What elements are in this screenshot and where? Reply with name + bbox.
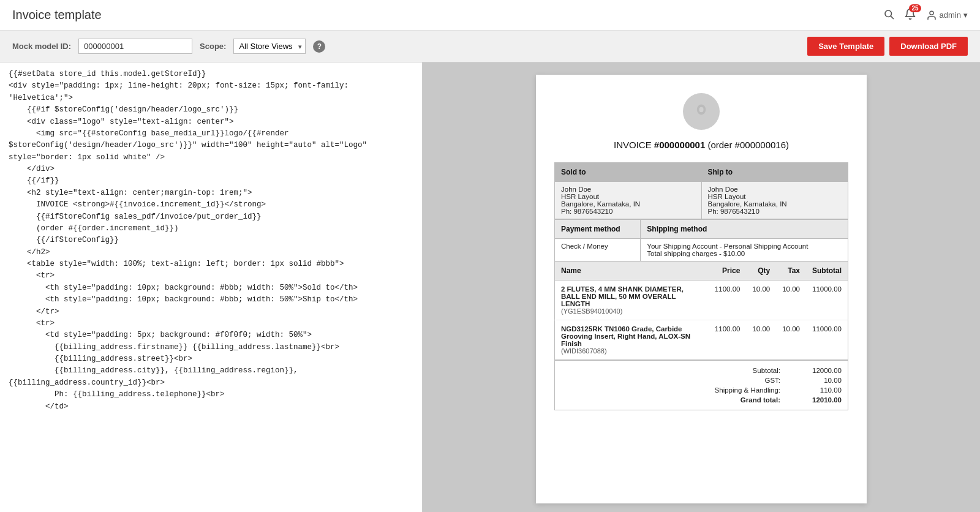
invoice-document: INVOICE #000000001 (order #000000016) So… — [536, 75, 867, 503]
item-name-cell: NGD3125RK TN1060 Grade, Carbide Grooving… — [555, 320, 709, 360]
grand-total-label: Grand total: — [695, 396, 780, 404]
sold-to-address2: Bangalore, Karnataka, IN — [561, 200, 640, 208]
toolbar-right: Save Template Download PDF — [807, 37, 968, 56]
ship-to-name: John Doe — [708, 186, 738, 193]
shipping-method-header: Shipping method — [641, 220, 848, 239]
save-template-button[interactable]: Save Template — [807, 37, 884, 56]
invoice-logo — [554, 93, 848, 130]
col-price-header: Price — [709, 262, 747, 280]
item-qty: 10.00 — [746, 320, 776, 360]
col-subtotal-header: Subtotal — [806, 262, 848, 280]
shipping-method-line1: Your Shipping Account - Personal Shippin… — [647, 243, 808, 250]
payment-table: Payment method Shipping method Check / M… — [554, 219, 848, 262]
preview-panel: INVOICE #000000001 (order #000000016) So… — [423, 62, 980, 512]
gst-label: GST: — [695, 377, 780, 384]
sold-to-name: John Doe — [561, 186, 591, 193]
item-name: NGD3125RK TN1060 Grade, Carbide Grooving… — [561, 325, 703, 347]
editor-panel: {{#setData store_id this.model.getStoreI… — [0, 62, 423, 512]
invoice-title-prefix: INVOICE — [614, 140, 654, 150]
col-name-header: Name — [555, 262, 709, 280]
svg-point-4 — [699, 107, 703, 112]
col-tax-header: Tax — [776, 262, 806, 280]
item-sku: (YG1ESB94010040) — [561, 307, 703, 315]
grand-total-row: Grand total: 12010.00 — [561, 395, 842, 405]
shipping-label: Shipping & Handling: — [695, 386, 780, 394]
shipping-value: 110.00 — [805, 386, 842, 394]
items-table: Name Price Qty Tax Subtotal 2 FLUTES, 4 … — [554, 262, 848, 360]
shipping-row: Shipping & Handling: 110.00 — [561, 385, 842, 395]
address-table: Sold to Ship to John Doe HSR Layout Bang… — [554, 162, 848, 219]
subtotal-label: Subtotal: — [695, 367, 780, 374]
notifications-bell[interactable]: 25 — [904, 8, 916, 22]
invoice-order-suffix: (order #000000016) — [705, 140, 789, 150]
top-bar: Invoice template 25 admin ▾ — [0, 0, 980, 31]
sold-to-address1: HSR Layout — [561, 193, 599, 200]
main-content: {{#setData store_id this.model.getStoreI… — [0, 62, 980, 512]
download-pdf-button[interactable]: Download PDF — [889, 37, 968, 56]
item-tax: 10.00 — [776, 320, 806, 360]
user-label: admin — [940, 10, 961, 20]
subtotal-value: 12000.00 — [805, 367, 842, 374]
item-price: 1100.00 — [709, 280, 747, 320]
scope-label: Scope: — [200, 42, 226, 51]
user-menu[interactable]: admin ▾ — [926, 10, 968, 21]
totals-section: Subtotal: 12000.00 GST: 10.00 Shipping &… — [554, 360, 848, 410]
svg-point-2 — [930, 11, 933, 15]
item-sku: (WIDI3607088) — [561, 347, 703, 355]
item-row: NGD3125RK TN1060 Grade, Carbide Grooving… — [555, 320, 848, 360]
ship-to-address2: Bangalore, Karnataka, IN — [708, 200, 787, 208]
ship-to-header: Ship to — [701, 163, 848, 182]
search-icon[interactable] — [883, 9, 894, 22]
col-qty-header: Qty — [746, 262, 776, 280]
sold-to-phone: Ph: 9876543210 — [561, 208, 612, 215]
item-price: 1100.00 — [709, 320, 747, 360]
page-title: Invoice template — [12, 8, 102, 22]
notification-count: 25 — [909, 4, 921, 12]
sold-to-cell: John Doe HSR Layout Bangalore, Karnataka… — [555, 182, 702, 219]
scope-wrapper: All Store Views — [233, 39, 306, 54]
item-qty: 10.00 — [746, 280, 776, 320]
payment-method-cell: Check / Money — [555, 239, 641, 262]
ship-to-phone: Ph: 9876543210 — [708, 208, 760, 215]
gst-row: GST: 10.00 — [561, 375, 842, 385]
item-name: 2 FLUTES, 4 MM SHANK DIAMETER, BALL END … — [561, 285, 703, 307]
shipping-method-cell: Your Shipping Account - Personal Shippin… — [641, 239, 848, 262]
shipping-method-line2: Total shipping charges - $10.00 — [647, 250, 745, 257]
gst-value: 10.00 — [805, 377, 842, 384]
toolbar: Mock model ID: Scope: All Store Views ? … — [0, 31, 980, 62]
help-icon[interactable]: ? — [313, 40, 325, 53]
invoice-title: INVOICE #000000001 (order #000000016) — [554, 140, 848, 150]
top-bar-right: 25 admin ▾ — [883, 8, 968, 22]
item-tax: 10.00 — [776, 280, 806, 320]
sold-to-header: Sold to — [555, 163, 702, 182]
address-row: John Doe HSR Layout Bangalore, Karnataka… — [555, 182, 848, 219]
toolbar-left: Mock model ID: Scope: All Store Views ? — [12, 39, 325, 54]
payment-row: Check / Money Your Shipping Account - Pe… — [555, 239, 848, 262]
item-subtotal: 11000.00 — [806, 320, 848, 360]
grand-total-value: 12010.00 — [805, 396, 842, 404]
scope-select[interactable]: All Store Views — [233, 39, 306, 54]
svg-line-1 — [891, 16, 893, 18]
mock-model-input[interactable] — [78, 39, 192, 54]
item-name-cell: 2 FLUTES, 4 MM SHANK DIAMETER, BALL END … — [555, 280, 709, 320]
item-row: 2 FLUTES, 4 MM SHANK DIAMETER, BALL END … — [555, 280, 848, 320]
subtotal-row: Subtotal: 12000.00 — [561, 366, 842, 375]
user-chevron-icon: ▾ — [963, 10, 968, 20]
mock-model-label: Mock model ID: — [12, 42, 71, 51]
ship-to-address1: HSR Layout — [708, 193, 746, 200]
logo-circle — [683, 93, 720, 130]
payment-method-header: Payment method — [555, 220, 641, 239]
item-subtotal: 11000.00 — [806, 280, 848, 320]
code-editor[interactable]: {{#setData store_id this.model.getStoreI… — [0, 62, 422, 512]
invoice-number: #000000001 — [654, 140, 705, 150]
ship-to-cell: John Doe HSR Layout Bangalore, Karnataka… — [701, 182, 848, 219]
